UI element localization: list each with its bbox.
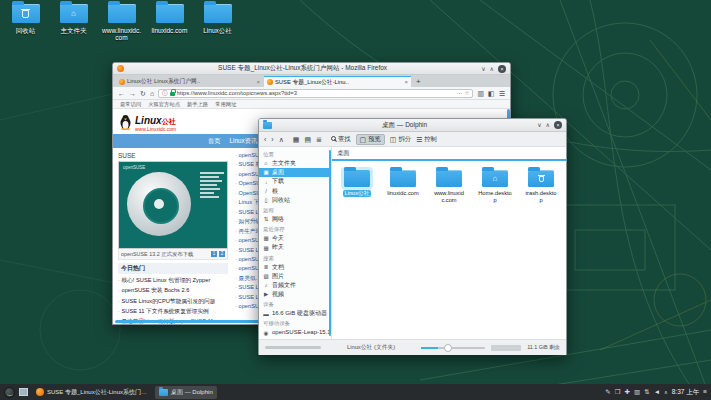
page-number[interactable]: 1 <box>211 251 217 257</box>
page-number[interactable]: 2 <box>219 251 225 257</box>
place-trash[interactable]: ▯回收站 <box>259 196 331 205</box>
forward-button[interactable]: › <box>271 136 273 143</box>
bookmark-item[interactable]: 常用网址 <box>215 101 236 108</box>
panel-settings-icon[interactable]: ≡ <box>703 389 707 396</box>
minimize-icon[interactable]: ∨ <box>481 66 485 72</box>
place-dvd[interactable]: ◉openSUSE-Leap-15.1-DVD <box>259 328 331 337</box>
task-firefox[interactable]: SUSE 专题_Linux公社-Linux系统门… <box>32 386 151 399</box>
place-root[interactable]: /根 <box>259 187 331 196</box>
desktop-icon-home[interactable]: ⌂ 主文件夹 <box>54 4 93 42</box>
dolphin-titlebar[interactable]: 桌面 — Dolphin ∨ ∧ × <box>259 119 566 132</box>
desktop-icon-www-linuxidc[interactable]: www.linuxidc.com <box>102 4 141 42</box>
place-home[interactable]: ⌂主文件夹 <box>259 159 331 168</box>
home-icon[interactable]: ⌂ <box>150 90 154 97</box>
file-home-desktop[interactable]: ⌂ Home.desktop <box>476 170 514 204</box>
application-launcher-icon[interactable] <box>4 387 15 398</box>
page-actions-icon[interactable]: ⋯ <box>457 90 463 96</box>
bookmark-item[interactable]: 最常访问 <box>120 101 141 108</box>
forward-icon[interactable]: → <box>129 90 136 97</box>
firefox-titlebar[interactable]: SUSE 专题_Linux公社-Linux系统门户网站 - Mozilla Fi… <box>113 63 510 75</box>
trash-folder-icon <box>12 4 40 23</box>
site-info-icon[interactable]: ⓘ <box>162 90 168 97</box>
hot-link[interactable]: SUSE 11 下文件系统恢复管理实例 <box>118 306 230 316</box>
menu-icon[interactable]: ☰ <box>499 90 505 97</box>
document-icon: ≣ <box>263 264 269 271</box>
library-icon[interactable]: ▥ <box>477 90 484 97</box>
file-linuxidc[interactable]: linuxidc.com <box>384 170 422 197</box>
maximize-icon[interactable]: ∧ <box>546 122 550 128</box>
zoom-slider[interactable] <box>421 347 485 349</box>
desktop-icon-linux-gongshe[interactable]: Linux公社 <box>198 4 237 42</box>
place-yesterday[interactable]: ▦昨天 <box>259 243 331 252</box>
clock[interactable]: 8:37 上午 <box>672 388 699 397</box>
slider-handle[interactable] <box>444 344 452 352</box>
place-network[interactable]: ⇅网络 <box>259 215 331 224</box>
reload-icon[interactable]: ↻ <box>140 90 146 97</box>
disc-caption[interactable]: openSUSE 13.2 正式发布下载 <box>121 251 194 258</box>
site-nav-item[interactable]: Linux资讯 <box>230 137 258 146</box>
task-dolphin[interactable]: 桌面 — Dolphin <box>155 386 217 399</box>
place-images[interactable]: ▨图片 <box>259 272 331 281</box>
home-emblem-icon: ⌂ <box>60 4 88 23</box>
places-section-title: 远程 <box>259 205 331 215</box>
preview-label: 预览 <box>368 136 381 142</box>
place-downloads[interactable]: ↓下载 <box>259 177 331 186</box>
place-desktop[interactable]: ▣桌面 <box>259 168 331 177</box>
breadcrumb-item[interactable]: 桌面 <box>337 149 350 156</box>
control-button[interactable]: ☰控制 <box>416 136 437 143</box>
details-view-button[interactable]: ≣ <box>316 136 322 143</box>
display-icon[interactable]: ▥ <box>634 389 640 396</box>
tab-linux-gongshe[interactable]: Linux公社 Linux系统门户网.. × <box>116 76 263 87</box>
compact-view-button[interactable]: ▤ <box>304 136 311 143</box>
tab-favicon <box>119 79 125 85</box>
bookmark-item[interactable]: 火狐官方站点 <box>148 101 180 108</box>
hot-link[interactable]: 核心! SUSE Linux 包管理的 Zypper <box>118 275 230 285</box>
new-tab-button[interactable]: + <box>412 76 425 87</box>
url-bar[interactable]: ⓘ https://www.linuxidc.com/topicnews.asp… <box>158 89 473 98</box>
opensuse-disc-image[interactable]: openSUSE <box>118 161 228 249</box>
network-icon[interactable]: ⇅ <box>644 389 649 396</box>
site-logo[interactable]: Linux公社 www.Linuxidc.com <box>135 111 176 132</box>
pager-icon[interactable] <box>19 388 28 396</box>
clipboard-icon[interactable]: ❐ <box>615 389 621 396</box>
minimize-icon[interactable]: ∨ <box>537 122 541 128</box>
file-www-linuxidc[interactable]: www.linuxidc.com <box>430 170 468 204</box>
hot-link[interactable]: openSUSE 安装 Bochs 2.6 <box>118 285 230 295</box>
bookmark-star-icon[interactable]: ☆ <box>465 90 470 96</box>
up-button[interactable]: ∧ <box>279 136 284 143</box>
back-button[interactable]: ‹ <box>264 136 266 143</box>
sidebar-icon[interactable]: ◧ <box>488 90 495 97</box>
close-icon[interactable]: × <box>554 121 562 129</box>
tab-close-icon[interactable]: × <box>404 79 408 85</box>
file-trash-desktop[interactable]: trash.desktop <box>522 170 560 204</box>
desktop-icon-linuxidc[interactable]: linuxidc.com <box>150 4 189 42</box>
tab-close-icon[interactable]: × <box>256 79 260 85</box>
video-icon: ▶ <box>263 291 269 298</box>
tab-suse-topic[interactable]: SUSE 专题_Linux公社-Linu.. × <box>264 76 411 87</box>
place-today[interactable]: ▦今天 <box>259 234 331 243</box>
split-button[interactable]: ◫拆分 <box>390 136 411 143</box>
hot-link[interactable]: SUSE Linux的CPU节能属引发的问题 <box>118 296 230 306</box>
places-scrollbar[interactable] <box>329 150 331 336</box>
back-icon[interactable]: ← <box>118 90 125 97</box>
preview-button[interactable]: ▢预览 <box>356 134 385 145</box>
site-nav-item[interactable]: 首页 <box>208 137 221 146</box>
breadcrumb[interactable]: 桌面 <box>332 147 566 161</box>
close-icon[interactable]: × <box>498 65 506 73</box>
find-button[interactable]: 查找 <box>331 136 351 142</box>
icons-view-button[interactable]: ▦ <box>293 136 300 143</box>
expand-tray-icon[interactable]: ∧ <box>664 390 668 395</box>
place-audio[interactable]: ♪音频文件 <box>259 281 331 290</box>
updates-icon[interactable]: ✚ <box>625 389 630 396</box>
place-documents[interactable]: ≣文档 <box>259 263 331 272</box>
maximize-icon[interactable]: ∧ <box>490 66 494 72</box>
desktop-icon-trash[interactable]: 回收站 <box>6 4 45 42</box>
icons-view-icon: ▦ <box>293 136 300 143</box>
tool-icon[interactable]: ✎ <box>605 389 610 396</box>
place-videos[interactable]: ▶视频 <box>259 290 331 299</box>
file-linux-gongshe[interactable]: Linux公社 <box>338 170 376 197</box>
volume-icon[interactable]: ◄ <box>654 389 660 396</box>
place-harddrive[interactable]: ▬16.6 GiB 硬盘驱动器 <box>259 309 331 318</box>
url-text[interactable]: https://www.linuxidc.com/topicnews.aspx?… <box>177 90 455 96</box>
bookmark-item[interactable]: 新手上路 <box>187 101 208 108</box>
